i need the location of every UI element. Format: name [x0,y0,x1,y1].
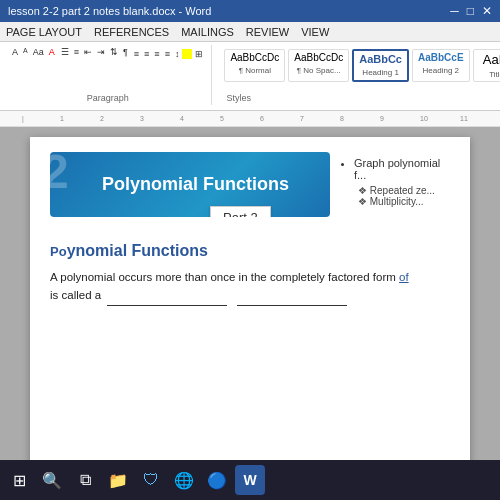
bullets-column: Graph polynomial f... Repeated ze... Mul… [342,152,450,217]
align-center[interactable]: ≡ [142,49,151,59]
ruler-mark-7: 7 [300,115,304,122]
shield-icon: 🛡 [143,471,159,489]
styles-group: AaBbCcDc ¶ Normal AaBbCcDc ¶ No Spac... … [216,45,496,105]
indent-decrease[interactable]: ⇤ [82,47,94,57]
taskbar-word[interactable]: W [235,465,265,495]
menu-bar: PAGE LAYOUT REFERENCES MAILINGS REVIEW V… [0,22,500,42]
taskbar-shield[interactable]: 🛡 [136,465,166,495]
doc-page[interactable]: 2 Polynomial Functions Part 2 Graph poly… [30,137,470,467]
font-size-a-large[interactable]: A [10,47,20,57]
style-normal[interactable]: AaBbCcDc ¶ Normal [224,49,285,82]
font-aa[interactable]: Aa [31,47,46,57]
ruler-mark-9: 9 [380,115,384,122]
style-heading2-name: Heading 2 [423,66,459,75]
banner-title: Polynomial Functions [102,174,289,195]
close-icon[interactable]: ✕ [482,4,492,18]
style-normal-name: ¶ Normal [239,66,271,75]
doc-body[interactable]: A polynomial occurs more than once in th… [50,268,450,306]
ruler-mark-10: 10 [420,115,428,122]
menu-view[interactable]: VIEW [301,26,329,38]
ruler-mark-6: 6 [260,115,264,122]
style-heading1[interactable]: AaBbCc Heading 1 [352,49,409,82]
bullet-main-item: Graph polynomial f... [354,157,450,181]
banner-wrapper: 2 Polynomial Functions Part 2 Graph poly… [50,152,450,217]
part-badge: Part 2 [210,206,271,217]
styles-label: Styles [222,91,500,103]
taskbar-task-view[interactable]: ⧉ [70,465,100,495]
taskbar-search[interactable]: 🔍 [37,465,67,495]
browser-icon: 🌐 [174,471,194,490]
start-icon: ⊞ [13,471,26,490]
ruler: | 1 2 3 4 5 6 7 8 9 10 11 [0,111,500,127]
word-icon: W [243,472,256,488]
sort[interactable]: ⇅ [108,47,120,57]
taskbar-browser[interactable]: 🌐 [169,465,199,495]
taskbar-file-explorer[interactable]: 📁 [103,465,133,495]
title-bar: lesson 2-2 part 2 notes blank.docx - Wor… [0,0,500,22]
paragraph-label: Paragraph [87,91,129,103]
chrome-icon: 🔵 [207,471,227,490]
doc-area: 2 Polynomial Functions Part 2 Graph poly… [0,127,500,477]
font-group: A A Aa A ☰ ≡ ⇤ ⇥ ⇅ ¶ ≡ ≡ ≡ ≡ [4,45,212,105]
align-justify[interactable]: ≡ [163,49,172,59]
ruler-mark-8: 8 [340,115,344,122]
title-bar-text: lesson 2-2 part 2 notes blank.docx - Wor… [8,5,211,17]
ruler-mark-3: 3 [140,115,144,122]
ruler-mark-11: 11 [460,115,468,122]
style-heading1-name: Heading 1 [362,68,398,77]
bullet-sub-1: Repeated ze... [358,185,450,196]
doc-body-text: polynomial occurs more than once in the … [60,271,396,283]
bullet-sub-2: Multiplicity... [358,196,450,207]
ruler-mark-5: 5 [220,115,224,122]
banner-number: 2 [50,152,69,196]
doc-heading-text: ynomial Functions [67,242,208,259]
ruler-mark-2: 2 [100,115,104,122]
ruler-mark-4: 4 [180,115,184,122]
borders[interactable]: ⊞ [193,49,205,59]
banner: 2 Polynomial Functions Part 2 [50,152,330,217]
line-spacing[interactable]: ↕ [173,49,182,59]
menu-review[interactable]: REVIEW [246,26,289,38]
style-normal-preview: AaBbCcDc [230,52,279,64]
menu-page-layout[interactable]: PAGE LAYOUT [6,26,82,38]
doc-heading-prefix: Po [50,244,67,259]
ribbon: A A Aa A ☰ ≡ ⇤ ⇥ ⇅ ¶ ≡ ≡ ≡ ≡ [0,42,500,111]
ruler-mark-0: | [22,115,24,122]
style-no-space-preview: AaBbCcDc [294,52,343,64]
file-explorer-icon: 📁 [108,471,128,490]
blank-line-1 [107,286,227,305]
style-no-space-name: ¶ No Spac... [297,66,341,75]
style-heading2-preview: AaBbCcE [418,52,464,64]
menu-references[interactable]: REFERENCES [94,26,169,38]
style-heading1-preview: AaBbCc [359,53,402,66]
style-heading2[interactable]: AaBbCcE Heading 2 [412,49,470,82]
align-right[interactable]: ≡ [152,49,161,59]
doc-body-text2: is called a [50,289,101,301]
styles-section: AaBbCcDc ¶ Normal AaBbCcDc ¶ No Spac... … [222,47,500,84]
minimize-icon[interactable]: ─ [450,4,459,18]
doc-link[interactable]: of [399,271,409,283]
style-no-space[interactable]: AaBbCcDc ¶ No Spac... [288,49,349,82]
search-icon: 🔍 [42,471,62,490]
font-size-a-small[interactable]: A [21,47,30,57]
list-numbers[interactable]: ≡ [72,47,81,57]
doc-heading: Poynomial Functions [50,242,450,260]
list-bullets[interactable]: ☰ [59,47,71,57]
style-title-name: Title [489,70,500,79]
doc-body-indent: A [50,271,60,283]
ruler-mark-1: 1 [60,115,64,122]
shading[interactable] [182,49,192,59]
taskbar-start-button[interactable]: ⊞ [4,465,34,495]
font-color[interactable]: A [47,47,57,57]
indent-increase[interactable]: ⇥ [95,47,107,57]
show-hide[interactable]: ¶ [121,47,130,57]
maximize-icon[interactable]: □ [467,4,474,18]
blank-line-2 [237,286,347,305]
taskbar-chrome[interactable]: 🔵 [202,465,232,495]
align-left[interactable]: ≡ [132,49,141,59]
style-title[interactable]: AaBl Title [473,49,500,82]
menu-mailings[interactable]: MAILINGS [181,26,234,38]
task-view-icon: ⧉ [80,471,91,489]
taskbar: ⊞ 🔍 ⧉ 📁 🛡 🌐 🔵 W [0,460,500,500]
style-title-preview: AaBl [483,52,500,68]
